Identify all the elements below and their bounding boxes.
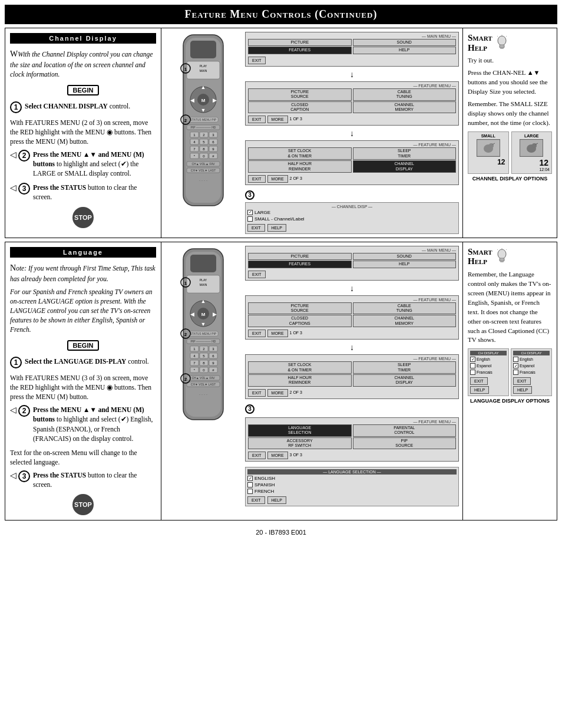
- main-exit-btn: EXIT: [248, 57, 266, 64]
- svg-text:▼: ▼: [200, 321, 206, 327]
- large-checkbox: [247, 210, 253, 215]
- lang-feat3-accessory: ACCESSORYRF SWITCH: [248, 437, 352, 450]
- svg-line-56: [497, 36, 498, 37]
- language-note: Note: If you went through First Time Set…: [10, 262, 156, 284]
- svg-text:◀: ◀: [190, 311, 194, 317]
- step-1-text: Select CHANNEL DISPLAY control.: [25, 101, 130, 111]
- main-menu-screen: — MAIN MENU — PICTURE SOUND FEATURES HEL…: [245, 32, 459, 67]
- lang-feat3-exit: EXIT: [248, 452, 266, 459]
- lang-display-options-images: CH DISPLAY English Espanol Francais: [468, 348, 552, 396]
- english-option: ENGLISH: [254, 476, 275, 481]
- step3-indicator: 3: [245, 190, 459, 200]
- svg-text:CH▼ VOL▼ LAST: CH▼ VOL▼ LAST: [190, 383, 215, 386]
- lang-main-features: FEATURES: [248, 261, 352, 268]
- smart-help-header-lang: SmartHelp: [468, 247, 552, 266]
- lang-feat3-pip: PIPSOURCE: [353, 437, 457, 450]
- lang-feat2-page: 2 OF 3: [290, 390, 302, 394]
- lang-col1-english: English: [477, 357, 490, 361]
- lang-feat1-picture: PICTURESOURCE: [248, 302, 352, 315]
- channel-display-intro: WWith the Channel Display control you ca…: [10, 48, 156, 79]
- feat2-exit-btn: EXIT: [248, 175, 266, 183]
- svg-text:STATUS  MENU  PIP: STATUS MENU PIP: [190, 332, 216, 335]
- language-spanish-french: For our Spanish and French speaking TV o…: [10, 287, 156, 334]
- large-bird-svg: [520, 140, 543, 156]
- footer-text: 20 - IB7893 E001: [256, 529, 306, 536]
- lang-col1-en-check: [470, 357, 475, 362]
- begin-badge-lang: BEGIN: [67, 340, 100, 351]
- step-2-lang-text: Press the MENU ▲▼ and MENU (M) buttons t…: [33, 405, 156, 443]
- step-3-lang-arrow: ◁: [10, 470, 16, 480]
- lang-col-2: CH DISPLAY English Espanol Francais: [511, 348, 552, 396]
- lang-sel-help: HELP: [267, 496, 286, 504]
- stop-badge-channel: STOP: [10, 207, 156, 228]
- channel-display-middle-panel: PLAY MAIN 1 ▲ ▼ ◀ ▶ M: [161, 28, 462, 238]
- svg-text:▶: ▶: [212, 311, 216, 317]
- lang-feature-menu-2: — FEATURE MENU — SET CLOCK& ON TIMER SLE…: [245, 354, 459, 399]
- svg-text:2: 2: [184, 118, 187, 123]
- step-2-num: 2: [18, 150, 30, 162]
- step-2-arrow: ◁: [10, 150, 16, 160]
- feature-menu-2: — FEATURE MENU — SET CLOCK& ON TIMER SLE…: [245, 140, 459, 185]
- step-1-lang: 1 Select the LANGUAGE DIS-PLAY control.: [10, 357, 156, 368]
- large-channel-date: 12:04: [514, 167, 550, 172]
- lang-feat2-exit: EXIT: [248, 389, 266, 397]
- lang-main-exit: EXIT: [248, 271, 266, 278]
- spanish-checkbox: [247, 482, 253, 487]
- feat2-set-clock: SET CLOCK& ON TIMER: [248, 147, 352, 160]
- feat2-sleep-timer: SLEEPTIMER: [353, 147, 457, 160]
- page-footer: 20 - IB7893 E001: [5, 524, 557, 538]
- lang-col1-espanol: Espanol: [477, 364, 491, 368]
- lang-main-help: HELP: [353, 261, 457, 268]
- lang-col2-help: HELP: [513, 386, 532, 394]
- smart-help-lang-body: Remember, the Language control only make…: [468, 270, 552, 345]
- svg-text:CH▲ VOL▲ FAV: CH▲ VOL▲ FAV: [191, 162, 215, 166]
- step-2-channel: ◁ 2 Press the MENU ▲▼ and MENU (M) butto…: [10, 150, 156, 178]
- svg-line-57: [506, 36, 507, 37]
- step-2-text: Press the MENU ▲▼ and MENU (M) buttons t…: [33, 150, 156, 178]
- step-1-channel: 1 Select CHANNEL DISPLAY control.: [10, 101, 156, 113]
- smart-help-try: Try it out.: [468, 56, 552, 65]
- feat2-half-hour: HALF HOURREMINDER: [248, 160, 352, 173]
- lang-feat1-channel: CHANNELMEMORY: [353, 315, 457, 327]
- lang-main-picture: PICTURE: [248, 253, 352, 260]
- lang-display-options-label: LANGUAGE DISPLAY OPTIONS: [468, 398, 552, 404]
- svg-rect-68: [190, 255, 216, 272]
- lang-col2-fr-check: [513, 370, 518, 375]
- svg-point-50: [498, 36, 506, 45]
- screens-area-lang: — MAIN MENU — PICTURE SOUND FEATURES HEL…: [245, 246, 459, 516]
- svg-text:▲: ▲: [200, 298, 206, 304]
- language-left-panel: Language Note: If you went through First…: [5, 242, 161, 520]
- lang-main-sound: SOUND: [353, 253, 457, 260]
- svg-line-124: [497, 249, 498, 250]
- main-features-btn: FEATURES: [248, 47, 352, 54]
- channel-display-left-panel: Channel Display WWith the Channel Displa…: [5, 28, 161, 238]
- lang-feat3-language: LANGUAGESELECTION: [248, 424, 352, 437]
- svg-text:CH▼ VOL▼ LAST: CH▼ VOL▼ LAST: [190, 169, 215, 172]
- svg-text:· · · ·: · · · ·: [199, 392, 207, 397]
- lang-col1-title: CH DISPLAY: [470, 351, 507, 355]
- svg-rect-54: [500, 48, 504, 49]
- large-channel-num: 12: [514, 158, 550, 167]
- main-title: Feature Menu Controls (Continued): [5, 5, 557, 24]
- bulb-icon-lang: [495, 248, 508, 265]
- step-1-lang-num: 1: [10, 357, 22, 368]
- language-middle-panel: PLAY MAIN 1 ▲ ▼ ◀ ▶ M STATUS MENU PIP 2: [161, 242, 462, 520]
- stop-badge-lang: STOP: [10, 494, 156, 515]
- remote-svg-lang: PLAY MAIN 1 ▲ ▼ ◀ ▶ M STATUS MENU PIP 2: [173, 246, 234, 429]
- svg-text:▼: ▼: [200, 107, 206, 113]
- lang-arrow-2: ↓: [245, 344, 459, 352]
- lang-feat3-more: MORE: [267, 452, 288, 459]
- svg-text:· · · ·: · · · ·: [199, 178, 207, 183]
- small-checkbox: [247, 216, 253, 222]
- step-2-lang: ◁ 2 Press the MENU ▲▼ and MENU (M) butto…: [10, 405, 156, 443]
- french-checkbox: [247, 489, 253, 494]
- begin-badge: BEGIN: [67, 85, 100, 95]
- feat1-closed-caption: CLOSEDCAPTION: [248, 101, 352, 114]
- svg-text:M: M: [201, 98, 205, 103]
- svg-point-118: [498, 249, 506, 259]
- main-picture-btn: PICTURE: [248, 39, 352, 46]
- smart-help-press-chan: Press the CHAN-NEL ▲▼ buttons and you sh…: [468, 68, 552, 97]
- svg-text:MAIN: MAIN: [199, 69, 207, 73]
- lang-feat1-more: MORE: [267, 330, 288, 337]
- screens-area-channel: — MAIN MENU — PICTURE SOUND FEATURES HEL…: [245, 32, 459, 234]
